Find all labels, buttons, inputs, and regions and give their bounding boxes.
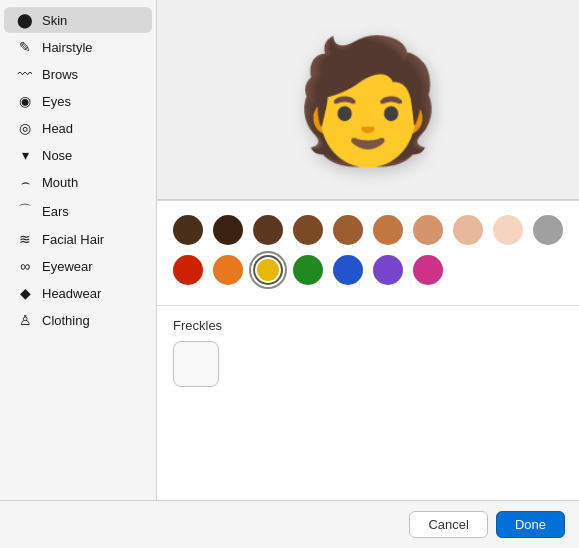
sidebar-item-nose[interactable]: ▾Nose [4,142,152,168]
sidebar-label-head: Head [42,121,73,136]
hairstyle-icon: ✎ [16,39,34,55]
sidebar-item-clothing[interactable]: ♙Clothing [4,307,152,333]
sidebar-item-brows[interactable]: 〰Brows [4,61,152,87]
color-swatch[interactable] [413,255,443,285]
mouth-icon: ⌢ [16,174,34,191]
sidebar-label-ears: Ears [42,204,69,219]
facial-hair-icon: ≋ [16,231,34,247]
color-swatch[interactable] [213,255,243,285]
sidebar-item-ears[interactable]: ⌒Ears [4,197,152,225]
color-picker-area [157,201,579,306]
head-icon: ◎ [16,120,34,136]
sidebar: ⬤Skin✎Hairstyle〰Brows◉Eyes◎Head▾Nose⌢Mou… [0,0,157,500]
color-swatch[interactable] [533,215,563,245]
headwear-icon: ◆ [16,285,34,301]
freckles-area: Freckles [157,306,579,500]
color-swatch[interactable] [173,215,203,245]
sidebar-label-skin: Skin [42,13,67,28]
sidebar-label-eyes: Eyes [42,94,71,109]
skin-icon: ⬤ [16,12,34,28]
sidebar-label-brows: Brows [42,67,78,82]
cancel-button[interactable]: Cancel [409,511,487,538]
sidebar-label-hairstyle: Hairstyle [42,40,93,55]
color-swatch[interactable] [253,255,283,285]
color-swatch[interactable] [333,255,363,285]
sidebar-item-headwear[interactable]: ◆Headwear [4,280,152,306]
color-swatch[interactable] [373,215,403,245]
freckles-label: Freckles [173,318,563,333]
color-swatch[interactable] [493,215,523,245]
avatar-area: 🧑 [157,0,579,200]
brows-icon: 〰 [16,66,34,82]
nose-icon: ▾ [16,147,34,163]
color-swatch[interactable] [213,215,243,245]
color-swatch[interactable] [253,215,283,245]
sidebar-item-hairstyle[interactable]: ✎Hairstyle [4,34,152,60]
sidebar-item-eyewear[interactable]: ∞Eyewear [4,253,152,279]
color-swatch[interactable] [333,215,363,245]
eyewear-icon: ∞ [16,258,34,274]
sidebar-label-nose: Nose [42,148,72,163]
content-area: 🧑 Freckles [157,0,579,500]
sidebar-label-clothing: Clothing [42,313,90,328]
eyes-icon: ◉ [16,93,34,109]
color-swatch[interactable] [173,255,203,285]
avatar-emoji: 🧑 [293,40,443,160]
sidebar-label-eyewear: Eyewear [42,259,93,274]
clothing-icon: ♙ [16,312,34,328]
color-swatch[interactable] [293,215,323,245]
sidebar-item-facial-hair[interactable]: ≋Facial Hair [4,226,152,252]
done-button[interactable]: Done [496,511,565,538]
sidebar-label-headwear: Headwear [42,286,101,301]
color-swatch[interactable] [293,255,323,285]
sidebar-label-mouth: Mouth [42,175,78,190]
color-swatch[interactable] [453,215,483,245]
sidebar-label-facial-hair: Facial Hair [42,232,104,247]
sidebar-item-skin[interactable]: ⬤Skin [4,7,152,33]
color-row-2 [173,255,563,285]
main-container: ⬤Skin✎Hairstyle〰Brows◉Eyes◎Head▾Nose⌢Mou… [0,0,579,500]
color-row-1 [173,215,563,245]
freckles-checkbox[interactable] [173,341,219,387]
sidebar-item-eyes[interactable]: ◉Eyes [4,88,152,114]
color-swatch[interactable] [413,215,443,245]
ears-icon: ⌒ [16,202,34,220]
sidebar-item-head[interactable]: ◎Head [4,115,152,141]
footer: Cancel Done [0,500,579,548]
sidebar-item-mouth[interactable]: ⌢Mouth [4,169,152,196]
color-swatch[interactable] [373,255,403,285]
